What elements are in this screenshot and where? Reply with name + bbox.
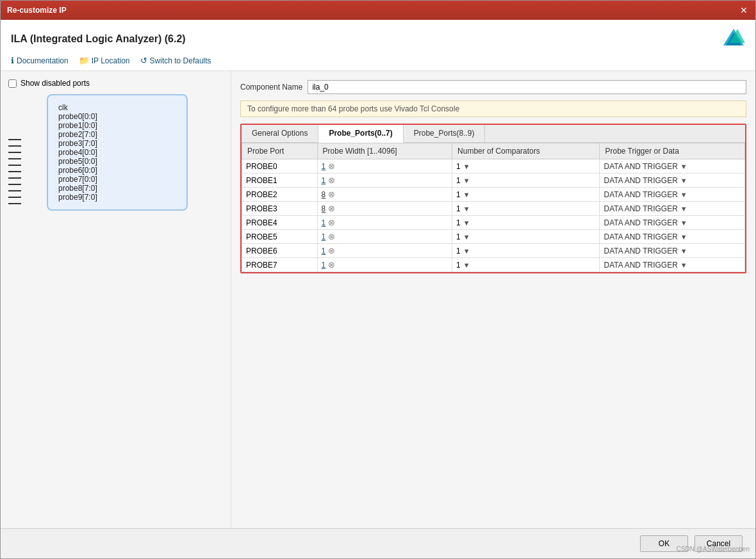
probe-width-cell: 1⊗	[317, 159, 452, 174]
footer: OK Cancel	[1, 528, 755, 558]
probe-width-value[interactable]: 1	[322, 162, 326, 171]
comparator-dropdown[interactable]: ▼	[463, 177, 470, 184]
comparator-dropdown[interactable]: ▼	[463, 163, 470, 170]
comparator-dropdown[interactable]: ▼	[463, 205, 470, 213]
info-bar: To configure more than 64 probe ports us…	[240, 101, 746, 117]
trigger-dropdown[interactable]: ▼	[680, 191, 687, 198]
comparator-dropdown[interactable]: ▼	[463, 219, 470, 227]
trigger-cell: DATA AND TRIGGER▼	[600, 174, 745, 188]
close-button[interactable]: ✕	[739, 5, 749, 15]
documentation-icon: ℹ	[11, 56, 14, 65]
trigger-dropdown[interactable]: ▼	[680, 163, 687, 170]
trigger-dropdown[interactable]: ▼	[680, 205, 687, 213]
table-row: PROBE61⊗1▼DATA AND TRIGGER▼	[242, 244, 745, 258]
probe-width-value[interactable]: 1	[322, 218, 326, 227]
probe-port-cell: PROBE5	[242, 230, 318, 244]
component-name-label: Component Name	[240, 83, 302, 92]
probe-width-value[interactable]: 1	[322, 232, 326, 241]
probe-port-cell: PROBE4	[242, 216, 318, 230]
trigger-dropdown[interactable]: ▼	[680, 233, 687, 241]
info-text: To configure more than 64 probe ports us…	[247, 104, 459, 113]
trigger-cell: DATA AND TRIGGER▼	[600, 258, 745, 272]
vivado-logo	[722, 28, 745, 51]
component-name-row: Component Name	[240, 80, 746, 94]
header-area: ILA (Integrated Logic Analyzer) (6.2) ℹ …	[1, 20, 755, 71]
diagram-box: clkprobe0[0:0]probe1[0:0]probe2[7:0]prob…	[47, 94, 188, 211]
signal-item: probe9[7:0]	[58, 193, 176, 202]
tab-0[interactable]: General Options	[242, 125, 318, 142]
trigger-value: DATA AND TRIGGER	[604, 190, 677, 199]
left-panel: Show disabled ports	[1, 71, 231, 528]
trigger-value: DATA AND TRIGGER	[604, 204, 677, 213]
show-disabled-row: Show disabled ports	[8, 79, 223, 88]
watermark: CSDN @ASWaterbenben	[677, 546, 750, 553]
toolbar: ℹ Documentation 📁 IP Location ↺ Switch t…	[11, 56, 745, 65]
trigger-value: DATA AND TRIGGER	[604, 247, 677, 255]
signal-item: probe0[0:0]	[58, 112, 176, 121]
trigger-cell: DATA AND TRIGGER▼	[600, 202, 745, 216]
table-row: PROBE51⊗1▼DATA AND TRIGGER▼	[242, 230, 745, 244]
comparators-cell: 1▼	[452, 188, 600, 202]
clear-icon[interactable]: ⊗	[328, 190, 335, 199]
probe-width-cell: 8⊗	[317, 188, 452, 202]
probe-width-cell: 1⊗	[317, 174, 452, 188]
show-disabled-checkbox[interactable]	[8, 79, 17, 88]
trigger-dropdown[interactable]: ▼	[680, 177, 687, 184]
table-row: PROBE11⊗1▼DATA AND TRIGGER▼	[242, 174, 745, 188]
ip-location-link[interactable]: 📁 IP Location	[79, 56, 130, 65]
clear-icon[interactable]: ⊗	[328, 260, 335, 270]
documentation-link[interactable]: ℹ Documentation	[11, 56, 69, 65]
probe-width-value[interactable]: 1	[322, 247, 326, 255]
comparator-value: 1	[456, 247, 461, 255]
switch-defaults-link[interactable]: ↺ Switch to Defaults	[140, 56, 211, 65]
trigger-value: DATA AND TRIGGER	[604, 176, 677, 185]
comparator-value: 1	[456, 261, 461, 270]
comparator-value: 1	[456, 232, 461, 241]
component-name-input[interactable]	[308, 80, 746, 94]
right-panel: Component Name To configure more than 64…	[231, 71, 755, 528]
clear-icon[interactable]: ⊗	[328, 218, 335, 227]
comparator-value: 1	[456, 162, 461, 171]
comparator-value: 1	[456, 204, 461, 213]
probe-width-value[interactable]: 1	[322, 261, 326, 270]
probe-width-value[interactable]: 8	[322, 190, 326, 199]
switch-defaults-label: Switch to Defaults	[150, 56, 211, 65]
trigger-dropdown[interactable]: ▼	[680, 261, 687, 269]
tab-2[interactable]: Probe_Ports(8..9)	[404, 125, 486, 142]
table-row: PROBE38⊗1▼DATA AND TRIGGER▼	[242, 202, 745, 216]
comparator-dropdown[interactable]: ▼	[463, 247, 470, 255]
comparator-value: 1	[456, 176, 461, 185]
trigger-dropdown[interactable]: ▼	[680, 247, 687, 255]
clear-icon[interactable]: ⊗	[328, 204, 335, 213]
signal-item: probe2[7:0]	[58, 130, 176, 139]
table-header: Probe Width [1..4096]	[317, 143, 452, 159]
comparator-dropdown[interactable]: ▼	[463, 191, 470, 198]
content-area: Show disabled ports	[1, 71, 755, 528]
trigger-value: DATA AND TRIGGER	[604, 232, 677, 241]
clear-icon[interactable]: ⊗	[328, 161, 335, 171]
main-window: Re-customize IP ✕ ILA (Integrated Logic …	[0, 0, 756, 559]
show-disabled-label: Show disabled ports	[21, 79, 90, 88]
tab-1[interactable]: Probe_Ports(0..7)	[318, 125, 403, 143]
signal-item: probe6[0:0]	[58, 166, 176, 175]
trigger-cell: DATA AND TRIGGER▼	[600, 216, 745, 230]
probe-width-value[interactable]: 1	[322, 176, 326, 185]
probe-width-value[interactable]: 8	[322, 204, 326, 213]
probe-width-cell: 1⊗	[317, 244, 452, 258]
clear-icon[interactable]: ⊗	[328, 246, 335, 255]
clear-icon[interactable]: ⊗	[328, 232, 335, 241]
table-header: Number of Comparators	[452, 143, 600, 159]
trigger-cell: DATA AND TRIGGER▼	[600, 244, 745, 258]
probe-width-cell: 1⊗	[317, 216, 452, 230]
table-header: Probe Trigger or Data	[600, 143, 745, 159]
comparator-dropdown[interactable]: ▼	[463, 233, 470, 241]
signal-item: probe3[7:0]	[58, 139, 176, 148]
probe-width-cell: 1⊗	[317, 230, 452, 244]
probe-port-cell: PROBE7	[242, 258, 318, 272]
table-row: PROBE71⊗1▼DATA AND TRIGGER▼	[242, 258, 745, 272]
probe-port-cell: PROBE2	[242, 188, 318, 202]
clear-icon[interactable]: ⊗	[328, 175, 335, 185]
comparator-dropdown[interactable]: ▼	[463, 261, 470, 269]
trigger-dropdown[interactable]: ▼	[680, 219, 687, 227]
comparators-cell: 1▼	[452, 258, 600, 272]
